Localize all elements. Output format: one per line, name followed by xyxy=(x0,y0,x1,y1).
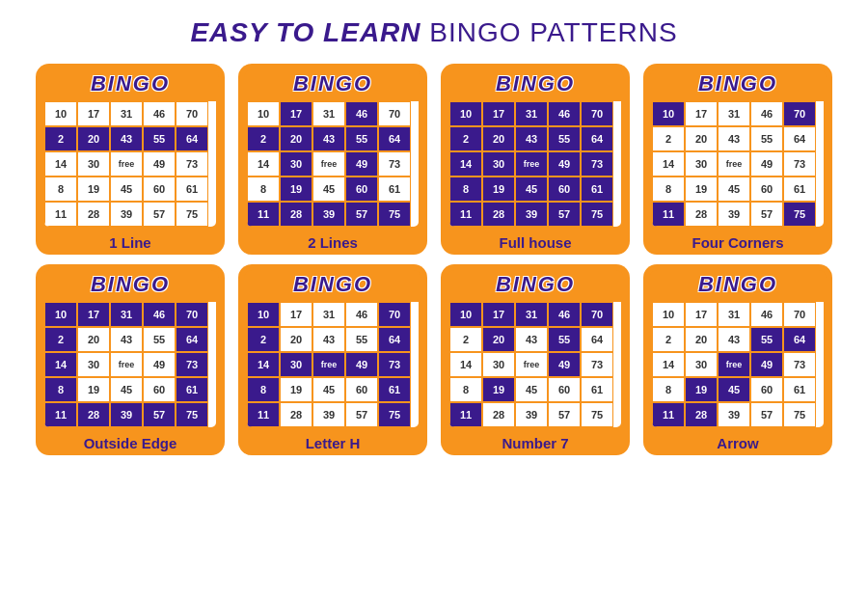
bingo-cell: free xyxy=(718,352,750,377)
bingo-cell: 11 xyxy=(449,202,482,227)
bingo-cell: 45 xyxy=(718,177,750,202)
bingo-cell: 61 xyxy=(176,177,208,202)
bingo-cell: 39 xyxy=(515,202,548,227)
bingo-grid: 10173146702204355641430free4973819456061… xyxy=(41,98,219,230)
bingo-row: 1017314670 xyxy=(247,101,419,126)
bingo-row: 220435564 xyxy=(449,126,621,151)
bingo-cell: 31 xyxy=(312,302,345,327)
bingo-cell: 31 xyxy=(110,302,143,327)
card-arrow: BINGO10173146702204355641430free49738194… xyxy=(643,264,832,455)
bingo-cell: 28 xyxy=(482,402,515,427)
bingo-cell: 10 xyxy=(44,302,77,327)
bingo-cell: 55 xyxy=(143,126,176,151)
bingo-cell: 57 xyxy=(345,402,378,427)
bingo-cell: 17 xyxy=(280,101,312,126)
bingo-cell: free xyxy=(110,352,143,377)
bingo-row: 220435564 xyxy=(247,126,419,151)
bingo-row: 1430free4973 xyxy=(449,352,621,377)
bingo-cell: 19 xyxy=(77,377,110,402)
card-label-letter-h: Letter H xyxy=(306,435,361,451)
bingo-cell: 28 xyxy=(77,402,110,427)
bingo-row: 1128395775 xyxy=(652,402,824,427)
bingo-cell: 2 xyxy=(652,126,685,151)
bingo-cell: 60 xyxy=(750,377,783,402)
card-1-line: BINGO10173146702204355641430free49738194… xyxy=(36,64,225,255)
bingo-cell: 55 xyxy=(143,327,176,352)
bingo-cell: 43 xyxy=(312,327,345,352)
bingo-row: 1128395775 xyxy=(449,402,621,427)
bingo-header: BINGO xyxy=(649,69,827,98)
bingo-row: 1128395775 xyxy=(247,202,419,227)
bingo-cell: 19 xyxy=(482,377,515,402)
bingo-cell: 60 xyxy=(143,177,176,202)
bingo-cell: 45 xyxy=(515,177,548,202)
bingo-cell: 46 xyxy=(345,101,378,126)
bingo-cell: 14 xyxy=(247,151,280,177)
bingo-row: 220435564 xyxy=(449,327,621,352)
card-full-house: BINGO10173146702204355641430free49738194… xyxy=(441,64,630,255)
bingo-cell: 14 xyxy=(652,352,685,377)
bingo-cell: 28 xyxy=(685,402,718,427)
bingo-cell: 43 xyxy=(515,327,548,352)
bingo-cell: 70 xyxy=(581,101,613,126)
bingo-row: 220435564 xyxy=(652,126,824,151)
bingo-cell: 14 xyxy=(652,151,685,177)
bingo-cell: 11 xyxy=(652,402,685,427)
bingo-cell: 11 xyxy=(247,402,280,427)
grids-container: BINGO10173146702204355641430free49738194… xyxy=(10,64,858,455)
bingo-header: BINGO xyxy=(41,270,219,299)
bingo-row: 819456061 xyxy=(44,177,216,202)
bingo-cell: 73 xyxy=(783,151,816,177)
bingo-cell: 14 xyxy=(44,151,77,177)
bingo-cell: 60 xyxy=(143,377,176,402)
bingo-cell: 17 xyxy=(77,101,110,126)
bingo-cell: 64 xyxy=(783,126,816,151)
bingo-cell: 45 xyxy=(718,377,750,402)
card-label-full-house: Full house xyxy=(500,234,572,251)
bingo-cell: 45 xyxy=(515,377,548,402)
bingo-cell: 64 xyxy=(176,327,208,352)
bingo-cell: 61 xyxy=(176,377,208,402)
bingo-row: 1017314670 xyxy=(44,302,216,327)
bingo-cell: 30 xyxy=(77,352,110,377)
bingo-header: BINGO xyxy=(41,69,219,98)
bingo-cell: free xyxy=(515,352,548,377)
bingo-row: 1017314670 xyxy=(449,302,621,327)
bingo-cell: 45 xyxy=(312,177,345,202)
bingo-cell: 73 xyxy=(176,352,208,377)
bingo-cell: 46 xyxy=(750,101,783,126)
bingo-cell: 60 xyxy=(548,377,581,402)
bingo-cell: 75 xyxy=(783,202,816,227)
bingo-cell: 10 xyxy=(247,302,280,327)
bingo-cell: 57 xyxy=(143,202,176,227)
bingo-cell: 46 xyxy=(548,101,581,126)
bingo-row: 1128395775 xyxy=(449,202,621,227)
bingo-cell: 17 xyxy=(685,302,718,327)
bingo-cell: 45 xyxy=(312,377,345,402)
bingo-header: BINGO xyxy=(244,270,421,299)
bingo-cell: 30 xyxy=(685,352,718,377)
bingo-cell: 70 xyxy=(378,101,411,126)
bingo-cell: 49 xyxy=(143,151,176,177)
bingo-row: 1430free4973 xyxy=(652,151,824,177)
bingo-cell: 28 xyxy=(77,202,110,227)
bingo-row: 1017314670 xyxy=(652,302,824,327)
bingo-cell: 55 xyxy=(750,327,783,352)
bingo-row: 819456061 xyxy=(247,377,419,402)
bingo-cell: 61 xyxy=(783,377,816,402)
bingo-cell: 70 xyxy=(783,101,816,126)
bingo-cell: 64 xyxy=(378,327,411,352)
bingo-cell: 64 xyxy=(783,327,816,352)
bingo-header: BINGO xyxy=(447,69,624,98)
bingo-cell: 61 xyxy=(378,377,411,402)
bingo-cell: 8 xyxy=(44,377,77,402)
bingo-grid: 10173146702204355641430free4973819456061… xyxy=(447,299,624,430)
bingo-cell: 30 xyxy=(280,352,312,377)
card-row-0: BINGO10173146702204355641430free49738194… xyxy=(36,64,832,255)
bingo-row: 1430free4973 xyxy=(652,352,824,377)
bingo-row: 1430free4973 xyxy=(449,151,621,177)
bingo-grid: 10173146702204355641430free4973819456061… xyxy=(244,98,421,230)
bingo-cell: 75 xyxy=(176,202,208,227)
bingo-cell: 45 xyxy=(110,177,143,202)
bingo-cell: 31 xyxy=(515,302,548,327)
